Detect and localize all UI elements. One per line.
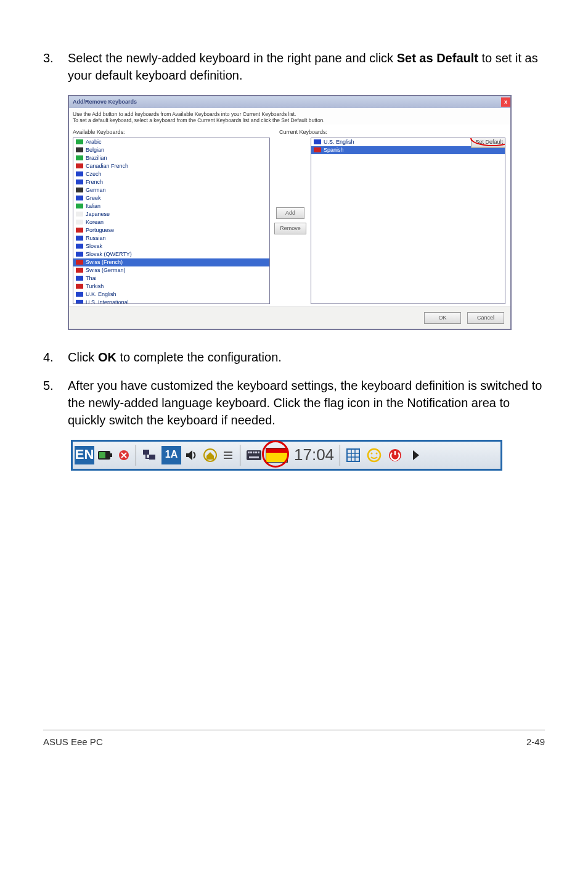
footer-right: 2-49 (526, 735, 545, 748)
step-number: 4. (43, 349, 68, 366)
flag-icon (76, 268, 83, 273)
list-item[interactable]: Slovak (QWERTY) (73, 250, 269, 258)
svg-rect-11 (248, 452, 250, 453)
svg-rect-14 (255, 452, 257, 453)
list-item[interactable]: U.K. English (73, 291, 269, 299)
list-item[interactable]: Japanese (73, 210, 269, 218)
language-indicator[interactable]: EN (75, 446, 94, 464)
dialog-title: Add/Remove Keyboards (73, 98, 137, 106)
list-item[interactable]: Portuguese (73, 226, 269, 234)
svg-rect-2 (99, 452, 105, 458)
svg-rect-15 (258, 452, 259, 453)
volume-icon[interactable] (184, 446, 200, 464)
home-icon[interactable] (202, 446, 218, 464)
list-item[interactable]: Belgian (73, 146, 269, 154)
menu-icon[interactable] (221, 446, 235, 464)
list-item[interactable]: Swiss (French) (73, 258, 269, 266)
svg-rect-12 (250, 452, 252, 453)
add-button[interactable]: Add (276, 207, 304, 219)
flag-icon (76, 171, 83, 176)
list-item-label: German (86, 186, 106, 194)
list-item-label: French (86, 178, 103, 186)
dialog-title-bar: Add/Remove Keyboards x (69, 96, 510, 108)
list-item[interactable]: Czech (73, 170, 269, 178)
list-item-label: Canadian French (86, 162, 128, 170)
step-number: 5. (43, 377, 68, 429)
flag-icon (314, 139, 321, 144)
step3-pre: Select the newly-added keyboard in the r… (68, 51, 397, 65)
page-footer: ASUS Eee PC 2-49 (43, 730, 545, 748)
close-icon[interactable]: x (501, 97, 510, 107)
flag-icon (76, 204, 83, 208)
flag-icon (76, 179, 83, 184)
list-item-label: Japanese (86, 210, 110, 218)
flag-icon (76, 300, 83, 304)
flag-icon (76, 276, 83, 281)
remove-button[interactable]: Remove (274, 223, 306, 234)
list-item-label: U.S. English (324, 138, 354, 146)
list-item[interactable]: Turkish (73, 283, 269, 291)
list-item-label: Greek (86, 194, 101, 202)
flag-icon (76, 155, 83, 160)
svg-point-22 (368, 449, 380, 461)
list-item-label: U.K. English (86, 291, 116, 298)
keyboard-tray-icon[interactable] (245, 446, 263, 464)
list-item[interactable]: Russian (73, 234, 269, 242)
list-item-label: Belgian (86, 146, 104, 154)
svg-rect-9 (224, 458, 232, 459)
list-item[interactable]: Thai (73, 274, 269, 283)
list-item[interactable]: Slovak (73, 242, 269, 250)
list-item-label: Slovak (86, 242, 102, 250)
list-item[interactable]: Swiss (German) (73, 266, 269, 274)
flag-icon (76, 147, 83, 152)
battery-icon[interactable] (97, 446, 114, 464)
list-item[interactable]: Korean (73, 218, 269, 226)
available-keyboards-list[interactable]: ArabicBelgianBrazilianCanadian FrenchCze… (73, 138, 270, 304)
list-item[interactable]: German (73, 186, 269, 194)
svg-rect-4 (143, 450, 149, 455)
flag-icon-wrap[interactable] (266, 448, 288, 463)
taskbar-screenshot: EN 1A (71, 440, 545, 471)
flag-icon (76, 196, 83, 200)
flag-icon (76, 244, 83, 249)
list-item[interactable]: French (73, 178, 269, 186)
close-tray-icon[interactable] (116, 446, 131, 464)
list-item[interactable]: Greek (73, 194, 269, 202)
list-item[interactable]: Italian (73, 202, 269, 210)
arrow-right-icon[interactable] (407, 447, 425, 464)
network-icon[interactable] (141, 446, 159, 464)
list-item-label: Russian (86, 234, 106, 242)
flag-icon (76, 292, 83, 297)
ime-icon[interactable]: 1A (161, 446, 181, 464)
current-keyboards-list[interactable]: Set Default U.S. EnglishSpanish (311, 138, 505, 304)
step-text: Click OK to complete the configuration. (68, 349, 545, 366)
footer-left: ASUS Eee PC (43, 735, 103, 748)
list-item-label: Spanish (324, 146, 344, 154)
list-item-label: Swiss (German) (86, 266, 126, 274)
list-item-label: Arabic (86, 138, 102, 146)
ok-button[interactable]: OK (424, 312, 461, 324)
set-default-button[interactable]: Set Default (471, 138, 505, 148)
flag-icon (76, 163, 83, 168)
list-item-label: Slovak (QWERTY) (86, 250, 132, 258)
available-label: Available Keyboards: (73, 128, 279, 136)
grid-icon[interactable] (345, 447, 362, 464)
clock[interactable]: 17:04 (290, 444, 338, 466)
svg-rect-16 (249, 456, 259, 458)
flag-icon (76, 188, 83, 192)
list-item[interactable]: Canadian French (73, 162, 269, 170)
dialog-screenshot: Add/Remove Keyboards x Use the Add butto… (68, 95, 545, 330)
current-label: Current Keyboards: (279, 128, 327, 136)
svg-point-23 (371, 452, 373, 454)
list-item[interactable]: Brazilian (73, 154, 269, 162)
list-item-label: Turkish (86, 283, 104, 290)
cancel-button[interactable]: Cancel (467, 312, 504, 324)
step-text: Select the newly-added keyboard in the r… (68, 49, 545, 84)
power-icon[interactable] (386, 447, 404, 464)
flag-icon[interactable] (266, 448, 288, 463)
smiley-icon[interactable] (365, 447, 383, 464)
list-item[interactable]: Arabic (73, 138, 269, 146)
dialog-instructions: Use the Add button to add keyboards from… (69, 108, 510, 125)
step4-pre: Click (68, 350, 98, 364)
list-item[interactable]: U.S. International (73, 299, 269, 304)
